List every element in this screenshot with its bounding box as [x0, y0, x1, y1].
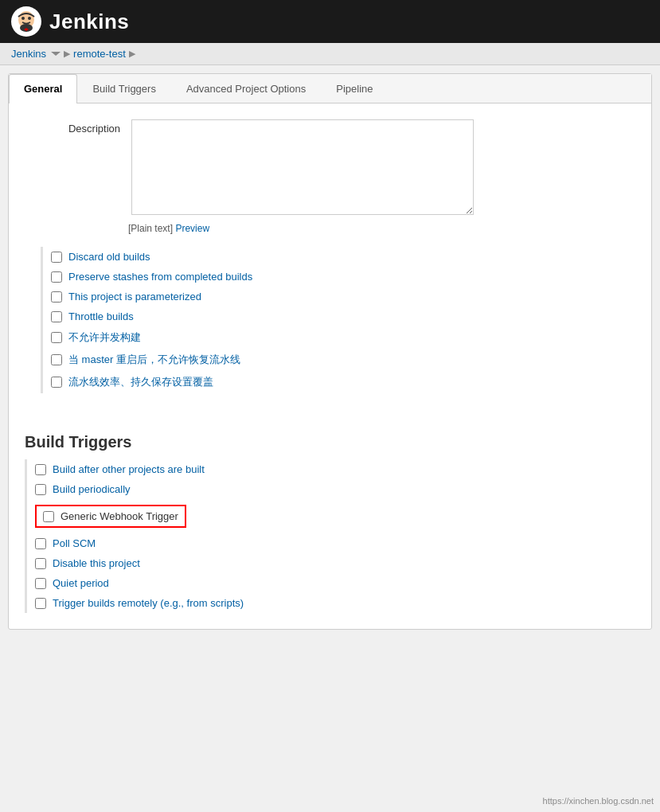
list-item: Build periodically — [35, 479, 651, 499]
list-item: Disable this project — [35, 553, 651, 573]
list-item: Throttle builds — [51, 306, 635, 326]
generic-webhook-label: Generic Webhook Trigger — [61, 510, 178, 522]
throttle-builds-checkbox[interactable] — [51, 311, 62, 322]
no-resume-checkbox[interactable] — [51, 354, 62, 365]
discard-old-builds-label: Discard old builds — [68, 251, 150, 263]
preview-link[interactable]: Preview — [175, 223, 209, 234]
list-item: Poll SCM — [35, 533, 651, 553]
quiet-period-checkbox[interactable] — [35, 578, 46, 589]
list-item: Build after other projects are built — [35, 459, 651, 479]
main-content: General Build Triggers Advanced Project … — [8, 73, 652, 630]
tab-build-triggers[interactable]: Build Triggers — [77, 74, 170, 103]
quiet-period-label: Quiet period — [53, 577, 109, 589]
no-concurrent-checkbox[interactable] — [51, 332, 62, 343]
list-item: 当 master 重启后，不允许恢复流水线 — [51, 349, 635, 371]
pipeline-speed-checkbox[interactable] — [51, 377, 62, 388]
plain-text-label: [Plain text] — [128, 223, 173, 234]
build-triggers-checkboxes: Build after other projects are built Bui… — [25, 459, 651, 613]
tab-advanced-project-options[interactable]: Advanced Project Options — [171, 74, 321, 103]
build-after-checkbox[interactable] — [35, 464, 46, 475]
list-item: This project is parameterized — [51, 287, 635, 306]
tab-general[interactable]: General — [9, 74, 77, 103]
parameterized-checkbox[interactable] — [51, 291, 62, 303]
build-triggers-section: Build Triggers Build after other project… — [9, 417, 651, 613]
list-item: Discard old builds — [51, 247, 635, 267]
breadcrumb-jenkins[interactable]: Jenkins — [11, 48, 46, 60]
disable-project-checkbox[interactable] — [35, 558, 46, 569]
app-title: Jenkins — [49, 10, 129, 34]
discard-old-builds-checkbox[interactable] — [51, 252, 62, 263]
generic-webhook-highlight: Generic Webhook Trigger — [35, 505, 186, 528]
plain-text-note: [Plain text] Preview — [25, 223, 635, 234]
description-input[interactable] — [131, 119, 474, 215]
poll-scm-checkbox[interactable] — [35, 538, 46, 549]
list-item: 流水线效率、持久保存设置覆盖 — [51, 371, 635, 393]
description-row: Description — [25, 119, 635, 215]
throttle-builds-label: Throttle builds — [68, 310, 134, 322]
build-periodically-checkbox[interactable] — [35, 484, 46, 495]
no-resume-label: 当 master 重启后，不允许恢复流水线 — [68, 353, 240, 367]
preserve-stashes-checkbox[interactable] — [51, 271, 62, 283]
description-label: Description — [41, 119, 120, 135]
build-periodically-label: Build periodically — [53, 483, 131, 495]
parameterized-label: This project is parameterized — [68, 291, 201, 303]
svg-point-4 — [28, 17, 31, 20]
list-item: 不允许并发构建 — [51, 326, 635, 349]
build-after-label: Build after other projects are built — [53, 463, 205, 475]
list-item: Trigger builds remotely (e.g., from scri… — [35, 593, 651, 613]
generic-webhook-checkbox[interactable] — [43, 511, 54, 522]
breadcrumb-remote-test[interactable]: remote-test — [73, 48, 126, 60]
tab-pipeline[interactable]: Pipeline — [321, 74, 388, 103]
watermark: https://xinchen.blog.csdn.net — [543, 796, 654, 806]
disable-project-label: Disable this project — [53, 557, 140, 569]
jenkins-logo — [11, 6, 41, 37]
preserve-stashes-label: Preserve stashes from completed builds — [68, 271, 252, 283]
list-item: Preserve stashes from completed builds — [51, 267, 635, 287]
header: Jenkins — [0, 0, 660, 43]
poll-scm-label: Poll SCM — [53, 537, 96, 549]
list-item: Generic Webhook Trigger — [35, 499, 651, 533]
tab-bar: General Build Triggers Advanced Project … — [9, 74, 651, 103]
trigger-remotely-label: Trigger builds remotely (e.g., from scri… — [53, 597, 244, 609]
pipeline-speed-label: 流水线效率、持久保存设置覆盖 — [68, 375, 213, 389]
trigger-remotely-checkbox[interactable] — [35, 598, 46, 609]
breadcrumb: Jenkins ▶ remote-test ▶ — [0, 43, 660, 65]
svg-point-3 — [21, 17, 25, 20]
general-section: Description [Plain text] Preview Discard… — [9, 103, 651, 409]
no-concurrent-label: 不允许并发构建 — [68, 330, 141, 345]
list-item: Quiet period — [35, 573, 651, 593]
build-triggers-title: Build Triggers — [9, 417, 651, 459]
breadcrumb-dropdown-icon[interactable] — [51, 49, 61, 59]
general-checkboxes: Discard old builds Preserve stashes from… — [41, 247, 635, 393]
